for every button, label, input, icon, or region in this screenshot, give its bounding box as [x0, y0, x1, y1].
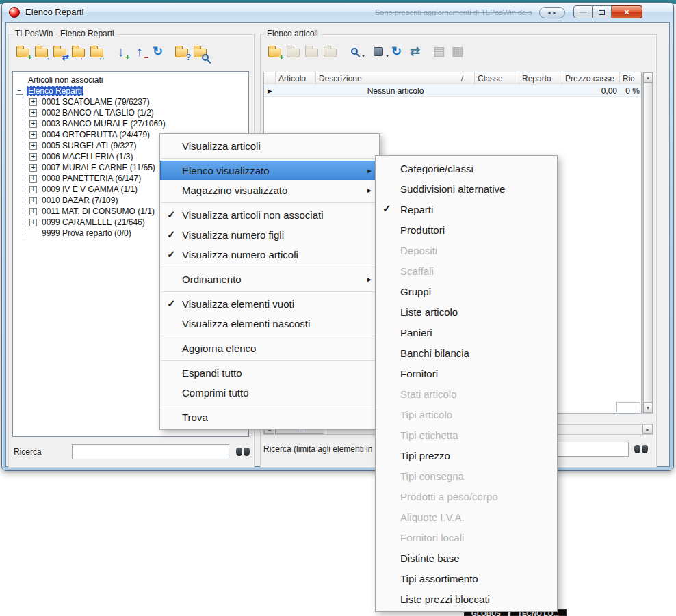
- tree-item-label: 0001 SCATOLAME (79/6237): [40, 97, 151, 107]
- folder-move-icon[interactable]: ⇄: [51, 42, 69, 61]
- submenu-item-liste-articolo[interactable]: Liste articolo: [376, 302, 557, 322]
- expand-icon[interactable]: +: [29, 164, 37, 172]
- menu-separator: [161, 360, 378, 361]
- folder-import-icon[interactable]: ←: [69, 42, 88, 61]
- expand-all-icon[interactable]: ↓+: [112, 42, 130, 61]
- articles-group-label: Elenco articoli: [264, 29, 321, 38]
- expand-icon[interactable]: +: [29, 219, 37, 226]
- menu-item-ordinamento[interactable]: Ordinamento►: [160, 269, 379, 289]
- tree-item[interactable]: +0002 BANCO AL TAGLIO (1/2): [13, 107, 248, 118]
- cell-descrizione: Nessun articolo: [316, 85, 475, 96]
- menu-item-visualizza-numero-articoli[interactable]: ✓Visualizza numero articoli: [160, 245, 379, 265]
- header-classe[interactable]: Classe: [475, 72, 519, 85]
- close-button[interactable]: ×: [612, 5, 642, 18]
- collapse-icon[interactable]: −: [16, 88, 23, 95]
- expand-icon[interactable]: +: [29, 109, 37, 117]
- menu-item-aggiorna-elenco[interactable]: Aggiorna elenco: [160, 338, 379, 358]
- menu-item-trova[interactable]: Trova: [160, 407, 379, 427]
- tree-item[interactable]: +0003 BANCO MURALE (27/1069): [13, 118, 248, 129]
- refresh-icon[interactable]: ↻: [148, 42, 167, 61]
- view-menu-icon[interactable]: ▾: [369, 42, 387, 61]
- vertical-scrollbar[interactable]: ▲ ▼: [642, 72, 653, 414]
- submenu-item-reparti[interactable]: ✓Reparti: [376, 199, 557, 219]
- header-reparto[interactable]: Reparto: [519, 72, 562, 85]
- expand-icon[interactable]: +: [29, 153, 37, 161]
- minimize-button[interactable]: —: [573, 5, 593, 18]
- expand-icon[interactable]: +: [29, 208, 37, 215]
- submenu-item-tipi-prezzo[interactable]: Tipi prezzo: [376, 445, 557, 466]
- article-edit-icon[interactable]: [284, 42, 302, 61]
- article-add-icon[interactable]: +: [265, 42, 284, 61]
- expand-icon[interactable]: +: [29, 98, 37, 106]
- check-icon: ✓: [167, 209, 176, 221]
- collapse-all-icon[interactable]: ↑−: [130, 42, 148, 61]
- scroll-up-icon[interactable]: ▲: [643, 72, 653, 83]
- submenu-item-gruppi[interactable]: Gruppi: [376, 281, 557, 302]
- submenu-item-banchi-bilancia[interactable]: Banchi bilancia: [376, 343, 557, 363]
- binoculars-icon[interactable]: [236, 448, 250, 456]
- menu-separator: [161, 291, 378, 292]
- menu-item-visualizza-elementi-nascosti[interactable]: Visualizza elementi nascosti: [160, 314, 379, 334]
- tree-item-unassociated[interactable]: Articoli non associati: [13, 75, 248, 85]
- submenu-item-categorie-classi[interactable]: Categorie/classi: [376, 158, 557, 178]
- menu-item-magazzino-visualizzato[interactable]: Magazzino visualizzato►: [160, 180, 379, 200]
- menu-item-visualizza-articoli[interactable]: Visualizza articoli: [160, 136, 379, 156]
- tree-item[interactable]: +0001 SCATOLAME (79/6237): [13, 96, 248, 107]
- table-row[interactable]: ▶ Nessun articolo 0,00 0 %: [264, 85, 641, 97]
- submenu-item-liste-prezzi-bloccati[interactable]: Liste prezzi bloccati: [376, 589, 557, 609]
- card-view-icon[interactable]: ▦: [448, 42, 467, 61]
- print-icon[interactable]: ▤: [430, 42, 448, 61]
- tree-item-label: 0010 BAZAR (7/109): [40, 196, 119, 205]
- tree-item-label: 0008 PANETTERIA (6/147): [40, 174, 142, 183]
- submenu-item-suddivisioni-alternative[interactable]: Suddivisioni alternative: [376, 178, 557, 199]
- submenu-item-produttori[interactable]: Produttori: [376, 219, 557, 240]
- expand-icon[interactable]: +: [29, 175, 37, 183]
- vertical-scroll-thumb[interactable]: [643, 83, 653, 403]
- export-icon[interactable]: ⇄: [406, 42, 424, 61]
- expand-icon[interactable]: +: [29, 197, 37, 204]
- menu-item-comprimi-tutto[interactable]: Comprimi tutto: [160, 383, 379, 403]
- zoom-menu-icon[interactable]: ▾: [345, 42, 363, 61]
- submenu-item-panieri[interactable]: Panieri: [376, 322, 557, 343]
- header-ric[interactable]: Ric: [620, 72, 642, 85]
- expand-icon[interactable]: +: [29, 131, 37, 139]
- scroll-right-icon[interactable]: ►: [642, 425, 653, 434]
- header-prezzo-casse[interactable]: Prezzo casse: [562, 72, 620, 85]
- submenu-item-scaffali: Scaffali: [376, 260, 557, 281]
- submenu-item-fornitori[interactable]: Fornitori: [376, 363, 557, 384]
- article-copy-icon[interactable]: [321, 42, 339, 61]
- folder-add-icon[interactable]: +: [14, 42, 32, 61]
- article-delete-icon[interactable]: [302, 42, 321, 61]
- menu-item-visualizza-articoli-non-associati[interactable]: ✓Visualizza articoli non associati: [160, 205, 379, 225]
- maximize-button[interactable]: [593, 5, 612, 18]
- folder-help-icon[interactable]: ?: [172, 42, 191, 61]
- expand-icon[interactable]: +: [29, 186, 37, 193]
- menu-item-espandi-tutto[interactable]: Espandi tutto: [160, 363, 379, 383]
- refresh-icon[interactable]: ↻: [387, 42, 406, 61]
- menu-item-visualizza-numero-figli[interactable]: ✓Visualizza numero figli: [160, 225, 379, 245]
- header-articolo[interactable]: Articolo: [276, 72, 316, 85]
- window-switch-button[interactable]: ◄►: [539, 7, 565, 18]
- expand-icon[interactable]: +: [29, 120, 37, 128]
- folder-copy-icon[interactable]: →: [32, 42, 51, 61]
- folder-export-icon[interactable]: ↔: [88, 42, 106, 61]
- titlebar[interactable]: Elenco Reparti Sono presenti aggiornamen…: [2, 3, 673, 22]
- folder-search-icon[interactable]: [191, 42, 209, 61]
- binoculars-icon[interactable]: [634, 445, 648, 453]
- scroll-down-icon[interactable]: ▼: [643, 403, 653, 413]
- tree-item-label: 0011 MAT. DI CONSUMO (1/1): [40, 206, 156, 216]
- header-descrizione[interactable]: Descrizione/: [316, 72, 475, 85]
- expand-icon[interactable]: +: [29, 142, 37, 150]
- tree-item-label: 9999 Prova reparto (0/0): [40, 228, 133, 238]
- grid-footer-cell: [616, 402, 640, 412]
- submenu-item-distinte-base[interactable]: Distinte base: [376, 548, 557, 568]
- submenu-item-tipi-articolo: Tipi articolo: [376, 404, 557, 425]
- search-input[interactable]: [72, 444, 229, 459]
- menu-item-elenco-visualizzato[interactable]: Elenco visualizzato►: [160, 161, 379, 180]
- menu-separator: [161, 202, 378, 203]
- menu-item-visualizza-elementi-vuoti[interactable]: ✓Visualizza elementi vuoti: [160, 294, 379, 314]
- tree-item-label: 0007 MURALE CARNE (11/65): [40, 163, 157, 172]
- check-icon: ✓: [382, 202, 391, 215]
- submenu-item-tipi-assortimento[interactable]: Tipi assortimento: [376, 568, 557, 589]
- tree-root-elenco-reparti[interactable]: − Elenco Reparti: [13, 85, 248, 96]
